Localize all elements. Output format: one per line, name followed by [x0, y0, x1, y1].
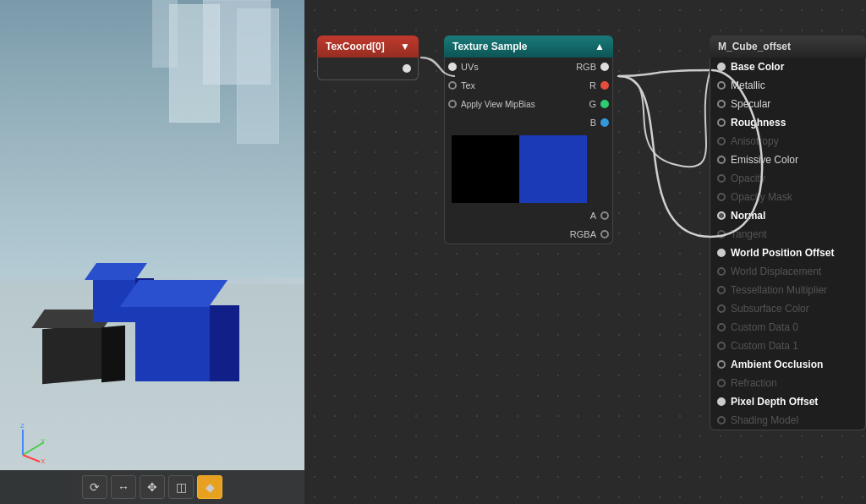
specular-row: Specular	[710, 95, 865, 113]
mipbias-input-pin[interactable]	[448, 100, 457, 108]
rgba-row: RGBA	[445, 225, 612, 244]
b-output-pin[interactable]	[600, 118, 609, 127]
texture-header: Texture Sample ▲	[444, 36, 613, 58]
material-node[interactable]: M_Cube_offset Base Color Metallic Specul…	[710, 36, 866, 430]
refraction-row: Refraction	[710, 374, 865, 392]
g-label: G	[589, 99, 596, 109]
roughness-pin[interactable]	[717, 118, 726, 127]
anisotropy-pin	[717, 137, 726, 145]
emissive-row: Emissive Color	[710, 151, 865, 169]
svg-text:Y: Y	[41, 437, 46, 445]
svg-text:X: X	[41, 457, 46, 463]
world-disp-row: World Displacement	[710, 262, 865, 281]
world-pos-label: World Position Offset	[731, 247, 834, 259]
r-output-pin[interactable]	[600, 81, 609, 90]
opacity-mask-pin	[717, 193, 726, 201]
base-color-row: Base Color	[710, 58, 865, 76]
a-label: A	[590, 211, 596, 221]
material-header: M_Cube_offset	[710, 36, 866, 58]
shading-model-row: Shading Model	[710, 411, 865, 430]
world-pos-row: World Position Offset	[710, 244, 865, 262]
pixel-depth-pin[interactable]	[717, 397, 726, 406]
a-row: A	[445, 206, 612, 225]
texture-expand-icon[interactable]: ▲	[595, 41, 605, 52]
subsurface-pin	[717, 304, 726, 313]
texcoord-title: TexCoord[0]	[326, 41, 385, 52]
ao-row: Ambient Occlusion	[710, 355, 865, 374]
custom1-pin	[717, 342, 726, 350]
toolbar-btn-2[interactable]: ↔	[111, 475, 136, 499]
g-output-pin[interactable]	[600, 100, 609, 108]
r-label: R	[589, 80, 596, 90]
custom0-row: Custom Data 0	[710, 318, 865, 337]
metallic-label: Metallic	[731, 79, 765, 91]
texcoord-dropdown[interactable]: ▼	[400, 41, 410, 52]
roughness-row: Roughness	[710, 113, 865, 132]
base-color-pin[interactable]	[717, 63, 726, 71]
world-disp-pin	[717, 267, 726, 276]
rgb-output-pin[interactable]	[600, 63, 609, 71]
normal-row: Normal	[710, 206, 865, 225]
rgba-label: RGBA	[570, 229, 596, 239]
normal-label: Normal	[731, 210, 765, 222]
opacity-label: Opacity	[731, 173, 765, 184]
world-pos-pin[interactable]	[717, 249, 726, 257]
custom1-row: Custom Data 1	[710, 337, 865, 355]
toolbar-btn-5[interactable]: ◆	[197, 475, 222, 499]
3d-viewport[interactable]: Z Y X ⟳ ↔ ✥ ◫ ◆	[0, 0, 304, 504]
world-disp-label: World Displacement	[731, 266, 821, 277]
pixel-depth-label: Pixel Depth Offset	[731, 396, 818, 408]
texcoord-output-pin[interactable]	[403, 64, 411, 73]
specular-label: Specular	[731, 98, 770, 110]
svg-line-3	[23, 455, 40, 462]
custom0-label: Custom Data 0	[731, 321, 798, 333]
rgba-output-pin[interactable]	[600, 230, 609, 238]
material-body: Base Color Metallic Specular Roughness A…	[710, 58, 866, 430]
specular-pin[interactable]	[717, 100, 726, 108]
dark-cube-front	[42, 324, 103, 384]
custom0-pin	[717, 323, 726, 331]
tess-row: Tessellation Multiplier	[710, 281, 865, 299]
texture-title: Texture Sample	[452, 41, 527, 52]
b-row: B	[445, 113, 612, 132]
mipmias-row: Apply View MipBias G	[445, 95, 612, 113]
tangent-row: Tangent	[710, 225, 865, 244]
tex-input-pin[interactable]	[448, 81, 457, 90]
anisotropy-row: Anisotropy	[710, 132, 865, 151]
blue-cube-large-side	[210, 305, 239, 381]
toolbar-btn-4[interactable]: ◫	[168, 475, 194, 499]
opacity-pin	[717, 174, 726, 183]
metallic-pin[interactable]	[717, 81, 726, 90]
tess-label: Tessellation Multiplier	[731, 284, 827, 296]
texture-sample-node[interactable]: Texture Sample ▲ UVs RGB Tex	[444, 36, 613, 244]
texture-preview	[452, 135, 587, 203]
roughness-label: Roughness	[731, 117, 786, 129]
mipbias-label: Apply View MipBias	[461, 100, 535, 109]
opacity-mask-row: Opacity Mask	[710, 188, 865, 206]
tex-black-half	[452, 135, 519, 203]
refraction-pin	[717, 379, 726, 387]
uvs-row: UVs RGB	[445, 58, 612, 76]
toolbar-btn-3[interactable]: ✥	[140, 475, 165, 499]
blue-cube-large-front	[135, 305, 211, 381]
opacity-row: Opacity	[710, 169, 865, 188]
dark-cube-side	[101, 326, 125, 382]
toolbar-btn-1[interactable]: ⟳	[82, 475, 107, 499]
rgb-label: RGB	[576, 62, 596, 72]
shading-model-pin	[717, 416, 726, 425]
emissive-pin[interactable]	[717, 156, 726, 164]
uvs-label: UVs	[461, 62, 479, 72]
tess-pin	[717, 286, 726, 294]
tangent-pin	[717, 230, 726, 238]
ao-label: Ambient Occlusion	[731, 359, 823, 370]
tex-blue-half	[519, 135, 587, 203]
node-graph[interactable]: TexCoord[0] ▼ Texture Sample ▲ UVs RGB	[304, 0, 866, 504]
opacity-mask-label: Opacity Mask	[731, 191, 792, 203]
ao-pin[interactable]	[717, 360, 726, 369]
a-output-pin[interactable]	[600, 211, 609, 220]
uvs-input-pin[interactable]	[448, 63, 457, 71]
texcoord-node[interactable]: TexCoord[0] ▼	[317, 36, 419, 80]
tex-label: Tex	[461, 80, 475, 90]
normal-pin[interactable]	[717, 211, 726, 220]
subsurface-row: Subsurface Color	[710, 299, 865, 318]
